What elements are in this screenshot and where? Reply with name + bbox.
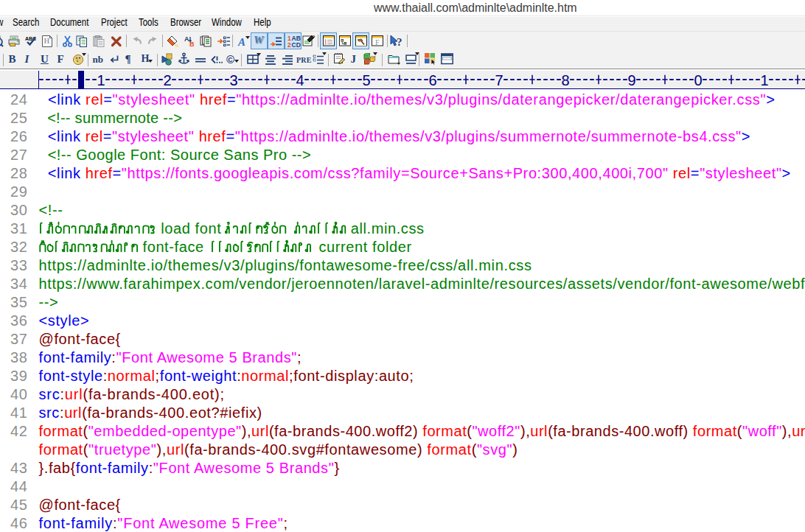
svg-text:3: 3 <box>229 72 237 88</box>
svg-text:?: ? <box>397 36 402 47</box>
svg-text:5: 5 <box>362 72 370 88</box>
svg-text:B: B <box>189 41 195 47</box>
svg-text:CD: CD <box>291 41 300 49</box>
svg-text:9: 9 <box>627 72 635 88</box>
svg-text:0: 0 <box>694 72 702 88</box>
svg-text:F: F <box>375 38 380 46</box>
svg-text:A: A <box>237 36 245 47</box>
svg-text:7: 7 <box>495 72 503 88</box>
svg-text:A: A <box>184 35 189 43</box>
svg-text:8: 8 <box>561 72 569 88</box>
svg-text:2: 2 <box>163 72 171 88</box>
svg-text:6: 6 <box>428 72 436 88</box>
svg-text:2: 2 <box>288 41 291 49</box>
svg-text:1: 1 <box>97 72 105 88</box>
svg-text:4: 4 <box>296 72 304 88</box>
svg-text:H: H <box>43 37 49 45</box>
svg-text:1: 1 <box>760 72 768 88</box>
